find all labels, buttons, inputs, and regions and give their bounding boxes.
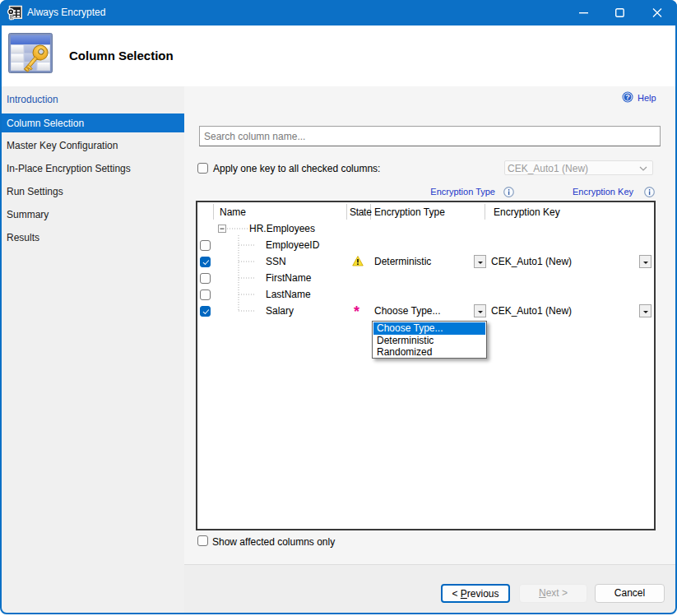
- svg-text:?: ?: [625, 93, 630, 101]
